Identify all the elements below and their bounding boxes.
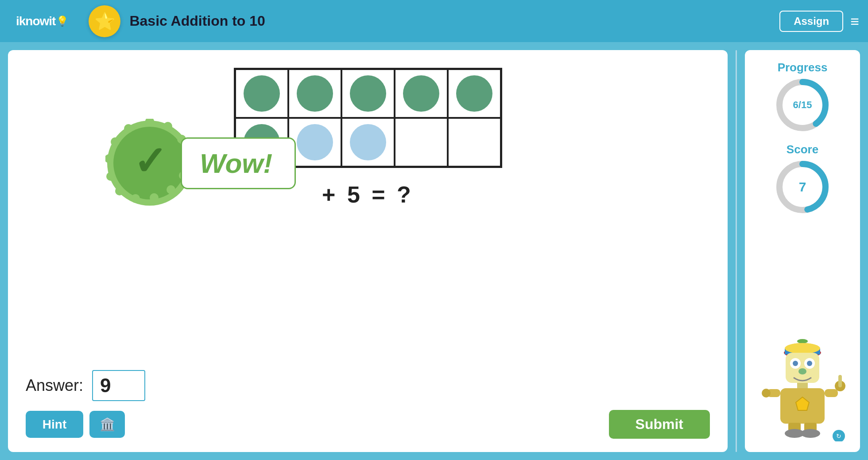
cell-0-3: [395, 69, 448, 118]
home-button[interactable]: 🏛️: [89, 411, 125, 438]
header-controls: Assign ≡: [779, 11, 859, 32]
robot-svg: ↻: [758, 335, 847, 441]
circle-blue: [297, 124, 333, 160]
circle-empty: [403, 124, 439, 160]
cell-0-2: [341, 69, 395, 118]
circle-green: [456, 75, 492, 112]
wow-overlay: ✓ Wow!: [105, 119, 296, 207]
svg-point-8: [150, 193, 159, 202]
vertical-divider: [736, 50, 737, 452]
main-area: ✓ Wow! + 5 = ? Answer: Hint 🏛️ Submit: [0, 42, 868, 460]
svg-point-7: [167, 185, 175, 194]
circle-blue: [350, 124, 386, 160]
svg-point-28: [793, 361, 798, 366]
score-section: Score 7: [774, 143, 831, 216]
svg-rect-36: [825, 389, 838, 397]
score-value: 7: [799, 179, 806, 195]
progress-title: Progress: [778, 61, 828, 74]
svg-point-10: [115, 187, 124, 195]
svg-point-3: [163, 122, 172, 131]
svg-rect-25: [786, 353, 819, 383]
score-donut: 7: [774, 158, 831, 216]
sidebar: Progress 6/15 Score 7: [745, 50, 860, 452]
score-title: Score: [787, 143, 818, 156]
cell-1-4: [448, 118, 501, 167]
svg-rect-31: [797, 383, 808, 388]
cell-0-4: [448, 69, 501, 118]
svg-point-24: [785, 343, 820, 354]
svg-point-35: [762, 389, 771, 398]
circle-green: [350, 75, 386, 112]
svg-point-29: [807, 361, 812, 366]
progress-donut: 6/15: [774, 76, 831, 134]
svg-point-9: [131, 194, 140, 203]
cell-0-1: [288, 69, 341, 118]
svg-point-30: [798, 368, 806, 374]
svg-point-42: [801, 429, 820, 438]
answer-row: Answer:: [26, 370, 710, 401]
star-badge: ⭐: [89, 5, 120, 37]
svg-point-14: [124, 124, 133, 133]
circle-green: [297, 75, 333, 112]
svg-point-13: [111, 137, 120, 146]
checkmark-symbol: ✓: [133, 141, 167, 181]
logo-text: iknowit: [16, 14, 55, 28]
progress-value: 6/15: [793, 99, 812, 111]
hamburger-icon: ≡: [850, 13, 859, 30]
circle-empty: [456, 124, 492, 160]
logo-bulb-icon: 💡: [56, 16, 68, 27]
star-icon: ⭐: [94, 12, 115, 31]
logo-area: iknowit 💡: [9, 11, 75, 32]
app-header: iknowit 💡 ⭐ Basic Addition to 10 Assign …: [0, 0, 868, 42]
bottom-left-buttons: Hint 🏛️: [26, 411, 125, 438]
svg-rect-38: [838, 375, 842, 387]
cell-1-1: [288, 118, 341, 167]
submit-button[interactable]: Submit: [609, 410, 710, 439]
progress-section: Progress 6/15: [774, 61, 831, 134]
svg-point-11: [106, 172, 115, 181]
circle-green: [244, 75, 280, 112]
content-panel: ✓ Wow! + 5 = ? Answer: Hint 🏛️ Submit: [8, 50, 728, 452]
mascot-area: ↻: [758, 225, 847, 441]
circle-green: [403, 75, 439, 112]
hint-button[interactable]: Hint: [26, 411, 83, 438]
bottom-buttons: Hint 🏛️ Submit: [26, 410, 710, 439]
answer-input[interactable]: [92, 370, 145, 401]
answer-label: Answer:: [26, 376, 83, 395]
equation-text: + 5 = ?: [322, 182, 414, 207]
cell-1-2: [341, 118, 395, 167]
cell-0-0: [235, 69, 288, 118]
wow-bubble: Wow!: [181, 137, 296, 189]
assign-button[interactable]: Assign: [779, 11, 843, 32]
cell-1-3: [395, 118, 448, 167]
lesson-title: Basic Addition to 10: [129, 13, 265, 29]
menu-button[interactable]: ≡: [850, 14, 859, 29]
robot-mascot: ↻: [758, 335, 847, 441]
wow-text: Wow!: [200, 148, 272, 179]
svg-point-21: [797, 339, 808, 343]
svg-text:↻: ↻: [836, 433, 841, 440]
home-icon: 🏛️: [100, 417, 115, 432]
